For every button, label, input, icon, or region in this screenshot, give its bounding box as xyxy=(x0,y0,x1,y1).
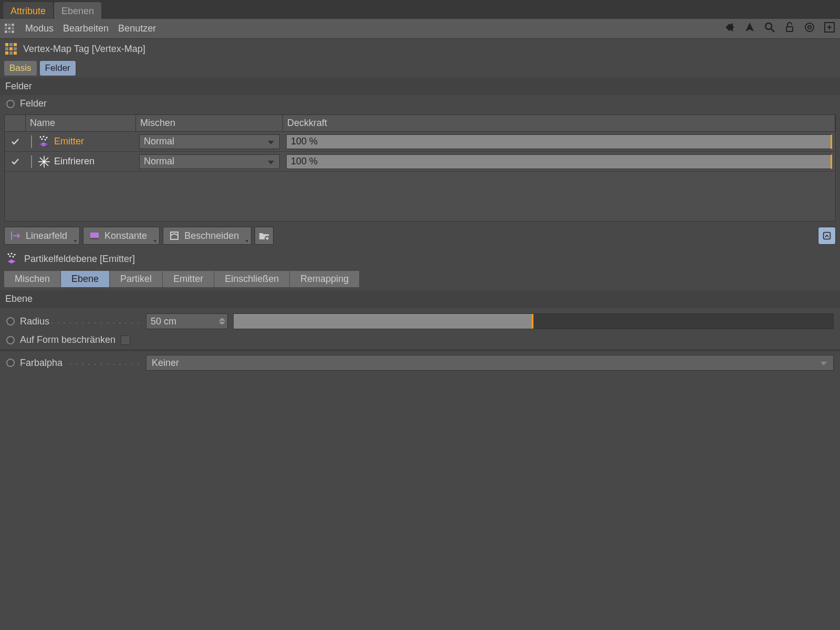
svg-point-47 xyxy=(9,256,11,257)
svg-point-46 xyxy=(14,254,16,256)
btn-beschneiden[interactable]: Beschneiden xyxy=(163,227,251,245)
svg-rect-25 xyxy=(14,51,17,55)
svg-rect-22 xyxy=(14,47,17,50)
tab2-mischen[interactable]: Mischen xyxy=(4,271,61,287)
row-blend-select[interactable]: Normal xyxy=(139,134,280,149)
svg-rect-38 xyxy=(90,238,99,239)
vertex-map-icon xyxy=(4,42,18,56)
radius-slider[interactable] xyxy=(233,313,834,329)
menu-benutzer[interactable]: Benutzer xyxy=(118,23,156,34)
svg-rect-18 xyxy=(9,43,13,46)
subtab-basis[interactable]: Basis xyxy=(4,61,37,76)
felder-mode-row: Felder xyxy=(0,95,840,112)
row-check[interactable] xyxy=(5,157,26,166)
target-icon[interactable] xyxy=(803,21,816,36)
header-mischen[interactable]: Mischen xyxy=(136,115,283,131)
radius-label: Radius xyxy=(20,316,51,327)
svg-point-27 xyxy=(43,135,45,137)
top-tab-bar: Attribute Ebenen xyxy=(0,0,840,19)
nav-up-icon[interactable] xyxy=(743,21,756,36)
svg-line-10 xyxy=(771,29,774,32)
header-deckkraft[interactable]: Deckkraft xyxy=(283,115,835,131)
row-name[interactable]: Einfrieren xyxy=(54,156,94,167)
btn-konstante[interactable]: Konstante xyxy=(83,227,160,245)
emitter-icon xyxy=(37,135,51,149)
row-name[interactable]: Emitter xyxy=(54,136,84,147)
freeze-icon xyxy=(37,155,51,169)
farbalpha-select[interactable]: Keiner xyxy=(146,355,834,371)
radius-input[interactable]: 50 cm xyxy=(146,313,228,329)
menu-modus[interactable]: Modus xyxy=(25,23,54,34)
svg-point-30 xyxy=(45,139,46,140)
btn-linearfeld[interactable]: Linearfeld xyxy=(4,227,80,245)
menu-bearbeiten[interactable]: Bearbeiten xyxy=(63,23,109,34)
subobject-title-row: Partikelfeldebene [Emitter] xyxy=(0,248,840,270)
tree-line-icon xyxy=(31,135,32,148)
tab2-remapping[interactable]: Remapping xyxy=(290,271,360,287)
lock-icon[interactable] xyxy=(783,21,796,36)
subobject-title: Partikelfeldebene [Emitter] xyxy=(24,254,135,265)
farbalpha-label: Farbalpha xyxy=(20,358,65,369)
field-row-einfrieren[interactable]: Einfrieren Normal 100 % xyxy=(5,152,835,172)
btn-add-folder[interactable] xyxy=(255,227,274,245)
svg-rect-20 xyxy=(5,47,8,50)
svg-rect-8 xyxy=(12,30,14,33)
svg-rect-5 xyxy=(12,27,14,29)
shape-constrain-label: Auf Form beschränken xyxy=(20,334,116,345)
svg-point-26 xyxy=(40,136,41,138)
nav-back-icon[interactable] xyxy=(723,21,736,36)
subobject-tabs: Mischen Ebene Partikel Emitter Einschlie… xyxy=(0,270,840,290)
tab-ebenen[interactable]: Ebenen xyxy=(54,2,101,19)
tab2-einschliessen[interactable]: Einschließen xyxy=(214,271,290,287)
felder-mode-label: Felder xyxy=(20,98,47,109)
svg-point-12 xyxy=(805,23,814,32)
svg-rect-7 xyxy=(8,30,10,33)
row-opacity-field[interactable]: 100 % xyxy=(286,154,832,169)
field-list-body[interactable]: Emitter Normal 100 % Einfrieren Norm xyxy=(5,132,835,221)
svg-rect-19 xyxy=(14,43,17,46)
section-header-felder: Felder xyxy=(0,78,840,95)
svg-rect-0 xyxy=(5,24,7,26)
subtab-felder[interactable]: Felder xyxy=(40,61,76,76)
row-opacity-field[interactable]: 100 % xyxy=(286,134,832,149)
header-name[interactable]: Name xyxy=(26,115,136,131)
prop-row-shape-constrain: Auf Form beschränken xyxy=(0,332,840,348)
tab2-partikel[interactable]: Partikel xyxy=(110,271,163,287)
section-header-ebene: Ebene xyxy=(0,290,840,308)
svg-point-44 xyxy=(8,254,9,255)
prop-row-radius: Radius 50 cm xyxy=(0,311,840,332)
field-buttons-bar: Linearfeld Konstante Beschneiden xyxy=(0,224,840,248)
row-blend-select[interactable]: Normal xyxy=(139,154,280,169)
row-check[interactable] xyxy=(5,137,26,146)
divider xyxy=(0,349,840,351)
svg-rect-23 xyxy=(5,51,8,55)
search-icon[interactable] xyxy=(763,21,776,36)
object-title-row: Vertex-Map Tag [Vertex-Map] xyxy=(0,39,840,59)
svg-rect-2 xyxy=(12,24,14,26)
svg-point-9 xyxy=(765,23,772,29)
attribute-toolbar: Modus Bearbeiten Benutzer xyxy=(0,19,840,39)
svg-rect-17 xyxy=(5,43,8,46)
field-row-emitter[interactable]: Emitter Normal 100 % xyxy=(5,132,835,152)
prop-row-farbalpha: Farbalpha Keiner xyxy=(0,352,840,373)
header-check xyxy=(5,115,26,131)
svg-rect-21 xyxy=(9,47,13,50)
new-panel-icon[interactable] xyxy=(823,21,836,36)
tab2-emitter[interactable]: Emitter xyxy=(163,271,214,287)
grid-icon[interactable] xyxy=(4,23,16,35)
svg-rect-4 xyxy=(8,27,10,29)
shape-constrain-checkbox[interactable] xyxy=(121,335,130,345)
svg-rect-3 xyxy=(5,27,7,29)
svg-rect-6 xyxy=(5,30,7,33)
param-bullet-icon[interactable] xyxy=(6,317,15,326)
tab2-ebene[interactable]: Ebene xyxy=(61,271,110,287)
svg-point-13 xyxy=(808,26,811,29)
svg-point-29 xyxy=(41,138,43,140)
param-bullet-icon[interactable] xyxy=(6,359,15,367)
param-bullet-icon[interactable] xyxy=(6,336,15,344)
btn-goto-field[interactable] xyxy=(818,227,836,245)
svg-rect-39 xyxy=(171,232,178,239)
tab-attribute[interactable]: Attribute xyxy=(3,2,53,19)
object-title: Vertex-Map Tag [Vertex-Map] xyxy=(23,44,145,55)
param-bullet-icon[interactable] xyxy=(6,100,15,108)
